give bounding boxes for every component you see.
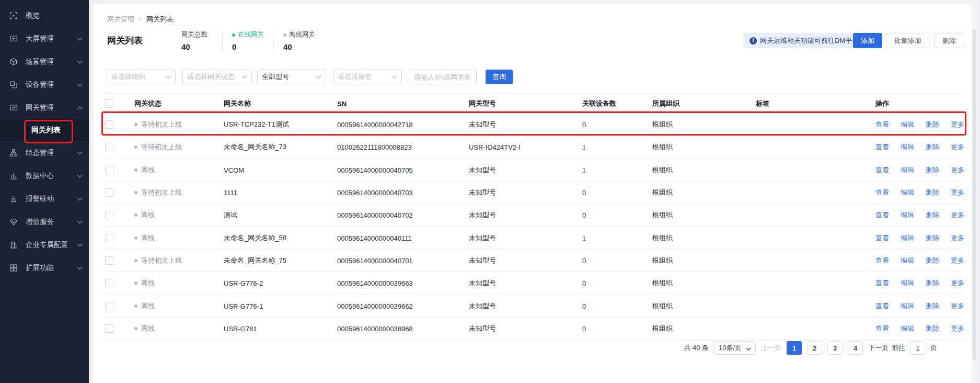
action-view-link[interactable]: 查看 [875, 165, 889, 175]
device-count[interactable]: 1 [582, 166, 586, 174]
action-more-link[interactable]: 更多 [951, 278, 964, 288]
sn-search-input[interactable] [409, 70, 476, 84]
action-delete-link[interactable]: 删除 [926, 256, 939, 265]
sidebar-item-scene-mgmt[interactable]: 场景管理 [0, 50, 89, 73]
gateway-status: 离线 [134, 165, 155, 175]
action-delete-link[interactable]: 删除 [926, 120, 939, 129]
next-page-button[interactable]: 下一页 [868, 343, 889, 353]
page-number-1[interactable]: 1 [787, 341, 802, 355]
row-checkbox[interactable] [105, 256, 113, 265]
header-model: 网关型号 [469, 99, 496, 108]
action-view-link[interactable]: 查看 [875, 324, 889, 333]
gateway-status: 离线 [134, 278, 155, 288]
action-view-link[interactable]: 查看 [875, 278, 889, 288]
row-checkbox[interactable] [105, 324, 113, 333]
add-gateway-button[interactable]: 添加 [853, 33, 882, 48]
gateway-status-select[interactable]: 请选择网关状态 [182, 70, 252, 84]
row-actions: 查看编辑删除更多 [875, 256, 964, 265]
sidebar-item-gateway-list[interactable]: 网关列表 [0, 119, 89, 141]
page-number-3[interactable]: 3 [827, 341, 843, 355]
gateway-name: 未命名_网关名称_73 [224, 142, 286, 152]
action-more-link[interactable]: 更多 [951, 233, 964, 243]
action-delete-link[interactable]: 删除 [926, 324, 939, 333]
goto-page-input[interactable] [910, 341, 925, 355]
breadcrumb-parent[interactable]: 网关管理 [107, 15, 134, 24]
sidebar-item-data-center[interactable]: 数据中心 [0, 164, 89, 187]
sidebar-item-enterprise-config[interactable]: 企业专属配置 [0, 233, 89, 256]
device-count[interactable]: 1 [582, 234, 586, 242]
action-more-link[interactable]: 更多 [951, 165, 964, 175]
action-edit-link[interactable]: 编辑 [901, 120, 914, 129]
action-more-link[interactable]: 更多 [951, 142, 964, 152]
action-view-link[interactable]: 查看 [875, 188, 889, 197]
action-delete-link[interactable]: 删除 [926, 301, 939, 311]
status-dot-icon [134, 145, 137, 149]
page-number-4[interactable]: 4 [848, 341, 863, 355]
row-actions: 查看编辑删除更多 [875, 233, 964, 243]
action-more-link[interactable]: 更多 [951, 301, 964, 311]
sidebar-item-alarm-linkage[interactable]: 报警联动 [0, 187, 89, 210]
action-edit-link[interactable]: 编辑 [901, 324, 914, 333]
action-edit-link[interactable]: 编辑 [901, 165, 914, 175]
sidebar-item-device-mgmt[interactable]: 设备管理 [0, 73, 89, 96]
action-delete-link[interactable]: 删除 [926, 188, 939, 197]
action-view-link[interactable]: 查看 [875, 142, 889, 152]
sidebar-item-overview[interactable]: 概览 [0, 4, 89, 27]
row-checkbox[interactable] [105, 234, 113, 242]
vas-icon [9, 218, 18, 226]
batch-add-button[interactable]: 批量添加 [886, 33, 929, 48]
sidebar-item-screen-mgmt[interactable]: 大屏管理 [0, 27, 89, 50]
tag-select[interactable]: 请选择标签 [333, 70, 402, 84]
row-checkbox[interactable] [105, 188, 113, 197]
device-count[interactable]: 1 [582, 143, 586, 151]
action-delete-link[interactable]: 删除 [926, 165, 939, 175]
sidebar-item-value-added[interactable]: 增值服务 [0, 210, 89, 233]
row-checkbox[interactable] [105, 143, 113, 151]
model-select[interactable]: 全部型号 [257, 70, 326, 84]
action-edit-link[interactable]: 编辑 [901, 142, 914, 152]
page-size-select[interactable]: 10条/页 [714, 341, 756, 355]
action-view-link[interactable]: 查看 [875, 233, 889, 243]
table-row: 离线 USR-G776-2 00059614000000039663 未知型号 … [102, 272, 964, 295]
row-checkbox[interactable] [105, 279, 113, 287]
action-edit-link[interactable]: 编辑 [901, 256, 914, 265]
row-checkbox[interactable] [105, 120, 113, 129]
action-more-link[interactable]: 更多 [951, 120, 964, 129]
action-view-link[interactable]: 查看 [875, 120, 889, 129]
scrollbar-thumb[interactable] [973, 29, 976, 361]
sidebar-item-extension[interactable]: 扩展功能 [0, 256, 89, 279]
action-delete-link[interactable]: 删除 [926, 142, 939, 152]
query-button[interactable]: 查询 [486, 70, 513, 84]
action-edit-link[interactable]: 编辑 [901, 188, 914, 197]
delete-button[interactable]: 删除 [934, 33, 964, 48]
action-edit-link[interactable]: 编辑 [901, 233, 914, 243]
action-view-link[interactable]: 查看 [875, 301, 889, 311]
gateway-status: 离线 [134, 210, 155, 220]
page-number-2[interactable]: 2 [807, 341, 822, 355]
dm-platform-notice[interactable]: i 网关运维相关功能可前往DM平台 [743, 33, 865, 48]
sidebar-item-gateway-mgmt[interactable]: 网关管理 [0, 96, 89, 119]
action-view-link[interactable]: 查看 [875, 256, 889, 265]
action-view-link[interactable]: 查看 [875, 210, 889, 220]
row-checkbox[interactable] [105, 211, 113, 219]
action-edit-link[interactable]: 编辑 [901, 278, 914, 288]
offline-dot-icon [283, 33, 286, 37]
sidebar-item-config-mgmt[interactable]: 组态管理 [0, 141, 89, 164]
action-delete-link[interactable]: 删除 [926, 210, 939, 220]
org-select[interactable]: 请选择组织 [107, 70, 176, 84]
row-checkbox[interactable] [105, 166, 113, 174]
prev-page-button[interactable]: 上一页 [761, 343, 781, 353]
action-more-link[interactable]: 更多 [951, 324, 964, 333]
select-all-checkbox[interactable] [105, 99, 113, 108]
action-more-link[interactable]: 更多 [951, 188, 964, 197]
gateway-sn: 00059614000000040701 [337, 256, 413, 264]
action-delete-link[interactable]: 删除 [926, 233, 939, 243]
action-more-link[interactable]: 更多 [951, 256, 964, 265]
action-more-link[interactable]: 更多 [951, 210, 964, 220]
gateway-name: USR-G776-2 [224, 279, 263, 287]
action-edit-link[interactable]: 编辑 [901, 301, 914, 311]
action-delete-link[interactable]: 删除 [926, 278, 939, 288]
row-checkbox[interactable] [105, 302, 113, 310]
action-edit-link[interactable]: 编辑 [901, 210, 914, 220]
gateway-icon [9, 104, 18, 112]
